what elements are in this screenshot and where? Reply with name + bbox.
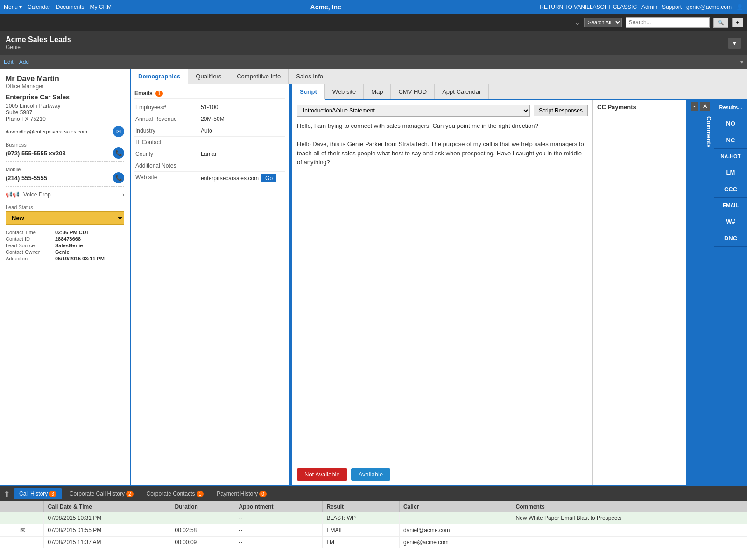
col-caller: Caller [399, 501, 512, 512]
tab-demographics[interactable]: Demographics [131, 69, 188, 84]
menu-chevron-icon: ▾ [19, 4, 22, 10]
user-icon: 👤 [736, 4, 743, 10]
lead-source-value: SalesGenie [55, 243, 124, 248]
row2-comments [512, 524, 747, 537]
main-container: Mr Dave Martin Office Manager Enterprise… [0, 69, 747, 485]
app-subtitle: Genie [6, 44, 71, 50]
bottom-tab-call-history[interactable]: Call History3 [14, 488, 62, 499]
added-on-label: Added on [6, 256, 52, 261]
row1-icon2 [16, 512, 44, 524]
script-action-buttons: Not Available Available [297, 468, 588, 481]
support-link[interactable]: Support [662, 4, 682, 10]
bottom-tab-corporate-call-history[interactable]: Corporate Call History2 [64, 488, 139, 499]
menu-label: Menu [4, 4, 18, 10]
tab-script[interactable]: Script [292, 84, 325, 100]
company-title: Acme, Inc [310, 3, 341, 11]
row2-caller: daniel@acme.com [399, 524, 512, 537]
result-btn-dnc[interactable]: DNC [714, 230, 747, 247]
script-text: Hello, I am trying to connect with sales… [297, 121, 588, 461]
search-add-button[interactable]: + [732, 18, 743, 27]
tab-website[interactable]: Web site [325, 84, 364, 99]
voice-drop-label: Voice Drop [23, 191, 51, 198]
script-dropdown[interactable]: Introduction/Value Statement [297, 105, 530, 117]
comments-tab-label[interactable]: Comments [686, 112, 714, 485]
comments-minus-button[interactable]: - [691, 102, 698, 111]
emails-badge: 1 [155, 91, 163, 97]
script-responses-button[interactable]: Script Responses [534, 105, 588, 116]
mobile-phone-row: (214) 555-5555 📞 [6, 172, 124, 183]
result-btn-na-hot[interactable]: NA-HOT [714, 149, 747, 164]
tab-appt-calendar[interactable]: Appt Calendar [435, 84, 489, 99]
result-btn-lm[interactable]: LM [714, 164, 747, 181]
left-panel: Mr Dave Martin Office Manager Enterprise… [0, 69, 131, 485]
bottom-collapse-icon[interactable]: ⬆ [4, 490, 10, 498]
tab-sales-info[interactable]: Sales Info [289, 69, 331, 84]
search-input[interactable] [626, 17, 710, 28]
row1-datetime: 07/08/2015 10:31 PM [44, 512, 171, 524]
comments-a-button[interactable]: A [700, 102, 710, 111]
available-button[interactable]: Available [351, 468, 391, 481]
bottom-tab-payment-history[interactable]: Payment History0 [211, 488, 272, 499]
edit-link[interactable]: Edit [4, 59, 14, 65]
website-label: Web site [135, 174, 201, 182]
table-row: 07/08/2015 10:31 PM -- BLAST: WP New Whi… [0, 512, 747, 524]
return-link[interactable]: RETURN TO VANILLASOFT CLASSIC [540, 4, 637, 10]
top-nav-bar: Menu ▾ Calendar Documents My CRM Acme, I… [0, 0, 747, 14]
notes-value [201, 162, 284, 169]
result-btn-email[interactable]: EMAIL [714, 198, 747, 213]
comments-panel: - A Comments [686, 100, 714, 485]
contact-time-label: Contact Time [6, 230, 52, 235]
result-btn-no[interactable]: NO [714, 115, 747, 132]
bottom-tab-corporate-contacts[interactable]: Corporate Contacts1 [141, 488, 210, 499]
tab-map[interactable]: Map [364, 84, 391, 99]
edit-toolbar: Edit Add ▾ [0, 55, 747, 69]
main-tabs-bar: Demographics Qualifiers Competitive Info… [131, 69, 747, 84]
result-btn-ccc[interactable]: CCC [714, 181, 747, 198]
add-link[interactable]: Add [19, 59, 29, 65]
content-area: Emails 1 Employees# 51-100 Annual Revenu… [131, 84, 747, 485]
admin-link[interactable]: Admin [641, 4, 657, 10]
calendar-link[interactable]: Calendar [28, 4, 50, 10]
tab-competitive-info[interactable]: Competitive Info [229, 69, 289, 84]
website-go-button[interactable]: Go [261, 174, 276, 182]
tab-qualifiers[interactable]: Qualifiers [188, 69, 229, 84]
demo-row-website: Web site enterprisecarsales.com Go [134, 172, 285, 185]
row2-appointment: -- [235, 524, 323, 537]
table-header-row: Call Date & Time Duration Appointment Re… [0, 501, 747, 512]
row2-duration: 00:02:58 [171, 524, 235, 537]
voice-drop-row[interactable]: 📢📢 Voice Drop › [6, 189, 124, 200]
contact-owner-label: Contact Owner [6, 249, 52, 255]
demo-row-employees: Employees# 51-100 [134, 102, 285, 113]
mobile-call-button[interactable]: 📞 [113, 172, 124, 183]
col-duration: Duration [171, 501, 235, 512]
payment-history-badge: 0 [259, 491, 267, 497]
industry-label: Industry [135, 127, 201, 134]
script-paragraph2: Hello Dave, this is Genie Parker from St… [297, 140, 588, 167]
tab-cmv-hud[interactable]: CMV HUD [391, 84, 435, 99]
contact-id-label: Contact ID [6, 236, 52, 242]
email-button[interactable]: ✉ [113, 126, 124, 137]
table-row: ✉ 07/08/2015 01:55 PM 00:02:58 -- EMAIL … [0, 524, 747, 537]
result-btn-nc[interactable]: NC [714, 132, 747, 149]
result-btn-results[interactable]: Results... [714, 100, 747, 115]
business-call-button[interactable]: 📞 [113, 147, 124, 159]
search-button[interactable]: 🔍 [713, 18, 728, 28]
address-line2: Suite 5987 [6, 109, 124, 116]
it-contact-label: IT Contact [135, 139, 201, 146]
documents-link[interactable]: Documents [56, 4, 85, 10]
mycrm-link[interactable]: My CRM [90, 4, 112, 10]
result-btn-wnum[interactable]: W# [714, 213, 747, 230]
top-nav-right: RETURN TO VANILLASOFT CLASSIC Admin Supp… [540, 4, 743, 10]
script-area: Script Web site Map CMV HUD Appt Calenda… [292, 84, 747, 485]
corporate-contacts-badge: 1 [197, 491, 204, 497]
not-available-button[interactable]: Not Available [297, 468, 347, 481]
search-scope-select[interactable]: Search All [584, 18, 622, 27]
collapse-button[interactable]: ▼ [728, 38, 741, 49]
row1-result: BLAST: WP [323, 512, 400, 524]
contact-id-value: 288478668 [55, 236, 124, 242]
business-phone-row: (972) 555-5555 xx203 📞 [6, 147, 124, 159]
lead-status-select[interactable]: New [6, 211, 124, 225]
comments-controls: - A [686, 100, 714, 112]
menu-dropdown[interactable]: Menu ▾ [4, 4, 22, 10]
it-contact-value [201, 139, 284, 146]
